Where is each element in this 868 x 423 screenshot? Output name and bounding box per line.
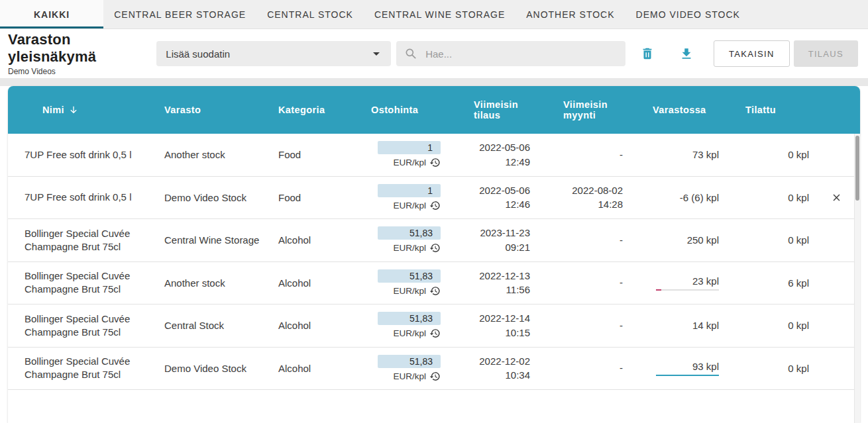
tab-another-stock[interactable]: ANOTHER STOCK (515, 0, 625, 28)
category: Food (270, 134, 366, 176)
price-value: 51,83 (378, 312, 441, 325)
filter-dropdown[interactable]: Lisää suodatin (156, 41, 391, 66)
tab-kaikki[interactable]: KAIKKI (0, 0, 103, 28)
price-history-icon[interactable] (429, 242, 441, 254)
table-row[interactable]: Bollinger Special Cuvée Champagne Brut 7… (8, 305, 860, 348)
column-header-viimeisin-myynti[interactable]: Viimeisin myynti (538, 86, 631, 134)
table-row[interactable]: Bollinger Special Cuvée Champagne Brut 7… (8, 219, 860, 262)
last-sale: - (620, 318, 623, 333)
table-row[interactable]: Bollinger Special Cuvée Champagne Brut 7… (8, 262, 860, 305)
product-name: Bollinger Special Cuvée Champagne Brut 7… (8, 262, 150, 305)
warehouse-name: Another stock (150, 262, 270, 305)
column-header-varastossa[interactable]: Varastossa (631, 86, 727, 134)
tab-label: DEMO VIDEO STOCK (636, 9, 740, 20)
tab-central-stock[interactable]: CENTRAL STOCK (256, 0, 364, 28)
price-value: 1 (378, 184, 441, 197)
column-header-kategoria[interactable]: Kategoria (270, 86, 366, 134)
search-input[interactable] (424, 48, 618, 60)
download-button[interactable] (674, 40, 699, 67)
close-icon[interactable] (831, 192, 842, 203)
category: Alcohol (270, 348, 366, 390)
last-sale: - (620, 233, 623, 248)
ordered-value: 6 kpl (788, 277, 809, 289)
in-stock-value: 14 kpl (656, 320, 719, 331)
product-name: Bollinger Special Cuvée Champagne Brut 7… (8, 305, 150, 347)
category: Alcohol (270, 305, 366, 347)
last-order: 2022-12-14 10:15 (479, 311, 530, 340)
table-header-row: Nimi Varasto Kategoria Ostohinta Viimeis… (8, 86, 860, 134)
column-header-viimeisin-tilaus[interactable]: Viimeisin tilaus (445, 86, 538, 134)
ordered-value: 0 kpl (788, 234, 809, 246)
price-unit-label: EUR/kpl (393, 243, 426, 253)
warehouse-name: Central Stock (150, 305, 270, 347)
tab-central-wine-storage[interactable]: CENTRAL WINE STORAGE (364, 0, 515, 28)
page-subtitle: Demo Videos (8, 67, 156, 76)
trash-icon (640, 46, 655, 61)
column-header-actions (813, 86, 860, 134)
price-history-icon[interactable] (429, 157, 441, 168)
table-row[interactable]: Bollinger Special Cuvée Champagne Brut 7… (8, 348, 860, 391)
price-history-icon[interactable] (429, 285, 441, 297)
price-history-icon[interactable] (429, 328, 441, 339)
main-content: Nimi Varasto Kategoria Ostohinta Viimeis… (0, 86, 868, 423)
search-icon (404, 47, 417, 60)
order-button: TILAUS (794, 40, 858, 67)
table-row[interactable]: 7UP Free soft drink 0,5 l Demo Video Sto… (8, 177, 860, 220)
warehouse-tabbar: KAIKKI CENTRAL BEER STORAGE CENTRAL STOC… (0, 0, 868, 29)
tab-central-beer-storage[interactable]: CENTRAL BEER STORAGE (103, 0, 256, 28)
scrollbar-thumb[interactable] (855, 136, 859, 201)
clear-filters-button[interactable] (635, 40, 660, 67)
warehouse-name: Another stock (150, 134, 270, 176)
table-row[interactable]: 7UP Free soft drink 0,5 l Another stock … (8, 134, 860, 177)
price-value: 51,83 (378, 226, 441, 240)
last-order: 2022-05-06 12:46 (479, 183, 530, 212)
product-name: Bollinger Special Cuvée Champagne Brut 7… (8, 348, 150, 390)
price-value: 51,83 (378, 269, 441, 283)
last-order: 2023-11-23 09:21 (480, 226, 530, 255)
column-header-nimi[interactable]: Nimi (8, 86, 150, 134)
scrollbar-track[interactable] (854, 134, 860, 423)
page-title: Varaston yleisnäkymä (8, 31, 156, 66)
ordered-value: 0 kpl (788, 320, 809, 331)
tab-demo-video-stock[interactable]: DEMO VIDEO STOCK (625, 0, 751, 28)
tab-label: KAIKKI (34, 9, 70, 20)
tab-label: CENTRAL STOCK (267, 9, 353, 20)
price-history-icon[interactable] (429, 371, 441, 382)
last-sale: - (620, 361, 623, 375)
last-sale: - (620, 148, 623, 162)
warehouse-name: Central Wine Storage (150, 219, 270, 261)
column-header-ostohinta[interactable]: Ostohinta (366, 86, 445, 134)
column-header-tilattu[interactable]: Tilattu (727, 86, 813, 134)
warehouse-name: Demo Video Stock (150, 348, 270, 390)
back-button[interactable]: TAKAISIN (714, 40, 790, 67)
column-label: Ostohinta (371, 105, 418, 115)
column-label: Tilattu (745, 105, 776, 115)
product-name: Bollinger Special Cuvée Champagne Brut 7… (8, 219, 150, 261)
tab-label: ANOTHER STOCK (526, 9, 614, 20)
download-icon (679, 46, 694, 61)
page-header: Varaston yleisnäkymä Demo Videos Lisää s… (0, 29, 868, 78)
purchase-price: 1 EUR/kpl (378, 184, 441, 211)
column-label: Kategoria (278, 105, 325, 115)
column-label: Varasto (164, 105, 201, 115)
column-label: Varastossa (653, 105, 706, 115)
ordered-value: 0 kpl (788, 363, 809, 374)
category: Alcohol (270, 262, 366, 305)
in-stock-value: 93 kpl (656, 361, 719, 376)
filter-dropdown-label: Lisää suodatin (166, 48, 230, 60)
price-unit-label: EUR/kpl (393, 328, 426, 338)
title-block: Varaston yleisnäkymä Demo Videos (8, 31, 156, 76)
column-label: Viimeisin tilaus (474, 99, 538, 120)
in-stock-value: 23 kpl (656, 275, 719, 291)
column-header-varasto[interactable]: Varasto (150, 86, 270, 134)
purchase-price: 51,83 EUR/kpl (378, 312, 441, 339)
last-order: 2022-12-02 10:34 (479, 354, 530, 383)
warehouse-name: Demo Video Stock (150, 177, 270, 219)
category: Food (270, 177, 366, 219)
last-order: 2022-05-06 12:49 (479, 140, 530, 169)
price-history-icon[interactable] (429, 200, 441, 211)
last-order: 2022-12-13 11:56 (479, 269, 530, 298)
search-box (396, 41, 625, 66)
price-unit-label: EUR/kpl (393, 158, 426, 167)
purchase-price: 51,83 EUR/kpl (378, 226, 441, 254)
